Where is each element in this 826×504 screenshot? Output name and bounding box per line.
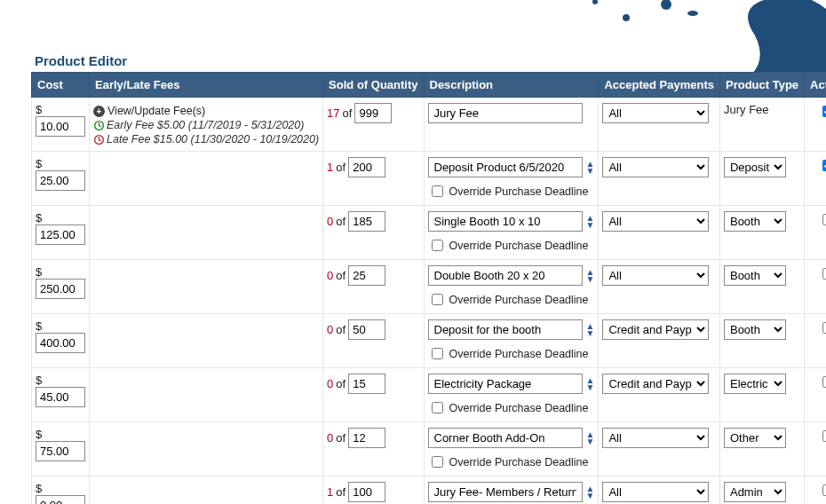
quantity-input[interactable]	[348, 157, 385, 177]
sold-count: 0	[327, 323, 333, 336]
sort-down-icon[interactable]: ▼	[586, 384, 595, 391]
accepted-payments-select[interactable]: AllCredit and Paypal	[602, 103, 709, 123]
cost-input[interactable]	[36, 441, 85, 461]
table-row: $0of▲▼Override Purchase DeadlineAllCredi…	[32, 260, 827, 314]
late-fee-range: (11/30/2020 - 10/19/2020)	[191, 133, 320, 146]
accepted-payments-select[interactable]: AllCredit and Paypal	[602, 211, 709, 232]
product-type-select[interactable]: Jury FeeDepositBoothElectricOtherAdmin	[724, 482, 786, 502]
active-checkbox[interactable]	[822, 268, 826, 280]
svg-point-0	[661, 0, 671, 10]
of-text: of	[336, 161, 345, 174]
override-row: Override Purchase Deadline	[428, 345, 595, 362]
header-active: Active	[805, 73, 826, 98]
override-deadline-checkbox[interactable]	[432, 294, 443, 305]
active-checkbox[interactable]	[822, 322, 826, 334]
quantity-input[interactable]	[348, 211, 385, 232]
active-checkbox[interactable]	[822, 484, 826, 496]
table-row: $0of▲▼Override Purchase DeadlineAllCredi…	[32, 314, 827, 368]
active-checkbox[interactable]	[822, 214, 826, 225]
override-deadline-label: Override Purchase Deadline	[449, 456, 589, 469]
product-type-select[interactable]: Jury FeeDepositBoothElectricOtherAdmin	[724, 428, 786, 448]
clock-icon	[93, 134, 105, 146]
description-input[interactable]	[428, 211, 583, 232]
table-row: $+View/Update Fee(s) Early Fee $5.00 (11…	[32, 98, 827, 152]
sort-down-icon[interactable]: ▼	[586, 276, 595, 283]
override-deadline-checkbox[interactable]	[432, 402, 443, 413]
svg-point-4	[687, 11, 698, 16]
quantity-input[interactable]	[348, 265, 385, 286]
sort-down-icon[interactable]: ▼	[586, 330, 595, 337]
sold-count: 0	[327, 269, 333, 282]
sort-down-icon[interactable]: ▼	[586, 438, 595, 445]
dollar-sign: $	[36, 428, 42, 441]
product-type-select[interactable]: Jury FeeDepositBoothElectricOtherAdmin	[724, 211, 786, 232]
active-checkbox[interactable]	[822, 106, 826, 117]
accepted-payments-select[interactable]: AllCredit and Paypal	[602, 265, 709, 286]
quantity-input[interactable]	[348, 428, 385, 448]
active-checkbox[interactable]	[822, 430, 826, 442]
of-text: of	[336, 215, 345, 228]
cost-input[interactable]	[36, 116, 85, 137]
description-input[interactable]	[428, 374, 583, 394]
description-input[interactable]	[428, 103, 583, 123]
quantity-input[interactable]	[348, 482, 385, 502]
product-type-select[interactable]: Jury FeeDepositBoothElectricOtherAdmin	[724, 157, 786, 177]
early-fee-amount: $5.00	[157, 119, 185, 131]
accepted-payments-select[interactable]: AllCredit and Paypal	[602, 157, 709, 177]
table-row: $0of▲▼Override Purchase DeadlineAllCredi…	[32, 206, 827, 260]
product-type-select[interactable]: Jury FeeDepositBoothElectricOtherAdmin	[724, 374, 786, 394]
description-input[interactable]	[428, 157, 583, 177]
clock-icon	[93, 120, 105, 131]
quantity-input[interactable]	[354, 103, 392, 123]
product-editor-panel: Product Editor Cost Early/Late Fees Sold…	[31, 53, 795, 504]
description-input[interactable]	[428, 319, 583, 340]
sold-count: 0	[327, 431, 333, 445]
of-text: of	[336, 323, 345, 336]
override-deadline-checkbox[interactable]	[432, 348, 443, 359]
override-row: Override Purchase Deadline	[428, 399, 595, 416]
accepted-payments-select[interactable]: AllCredit and Paypal	[602, 428, 709, 448]
quantity-input[interactable]	[348, 319, 385, 340]
accepted-payments-select[interactable]: AllCredit and Paypal	[602, 319, 709, 340]
dollar-sign: $	[36, 157, 42, 170]
cost-input[interactable]	[36, 387, 85, 407]
override-deadline-label: Override Purchase Deadline	[449, 294, 589, 306]
accepted-payments-select[interactable]: AllCredit and Paypal	[602, 482, 709, 502]
sold-count: 1	[327, 161, 333, 174]
table-row: $1of▲▼Override Purchase DeadlineAllCredi…	[32, 152, 827, 206]
view-update-fees-link[interactable]: +View/Update Fee(s)	[93, 105, 319, 117]
active-checkbox[interactable]	[822, 376, 826, 388]
header-desc: Description	[424, 73, 599, 98]
product-type-select[interactable]: Jury FeeDepositBoothElectricOtherAdmin	[724, 319, 786, 340]
cost-input[interactable]	[36, 170, 85, 191]
svg-point-1	[623, 14, 630, 21]
sort-spinner: ▲▼	[586, 431, 595, 445]
of-text: of	[336, 431, 345, 445]
override-deadline-checkbox[interactable]	[432, 185, 443, 197]
sort-down-icon[interactable]: ▼	[586, 222, 595, 229]
table-row: $0of▲▼Override Purchase DeadlineAllCredi…	[32, 422, 827, 476]
cost-input[interactable]	[36, 224, 85, 245]
active-checkbox[interactable]	[822, 160, 826, 171]
description-input[interactable]	[428, 482, 583, 502]
dollar-sign: $	[36, 482, 42, 495]
sold-count: 17	[327, 106, 339, 120]
override-deadline-checkbox[interactable]	[432, 240, 443, 251]
description-input[interactable]	[428, 265, 583, 286]
dollar-sign: $	[36, 211, 42, 224]
quantity-input[interactable]	[348, 374, 385, 394]
dollar-sign: $	[36, 103, 42, 116]
cost-input[interactable]	[36, 495, 85, 504]
description-input[interactable]	[428, 428, 583, 448]
override-deadline-checkbox[interactable]	[432, 456, 443, 468]
header-sold: Sold of Quantity	[323, 73, 424, 98]
override-row: Override Purchase Deadline	[428, 453, 595, 470]
cost-input[interactable]	[36, 279, 85, 299]
sort-down-icon[interactable]: ▼	[586, 492, 595, 500]
accepted-payments-select[interactable]: AllCredit and Paypal	[602, 374, 709, 394]
sort-down-icon[interactable]: ▼	[586, 168, 595, 175]
dollar-sign: $	[36, 319, 42, 333]
override-deadline-label: Override Purchase Deadline	[449, 240, 589, 252]
product-type-select[interactable]: Jury FeeDepositBoothElectricOtherAdmin	[724, 265, 786, 286]
cost-input[interactable]	[36, 333, 85, 353]
